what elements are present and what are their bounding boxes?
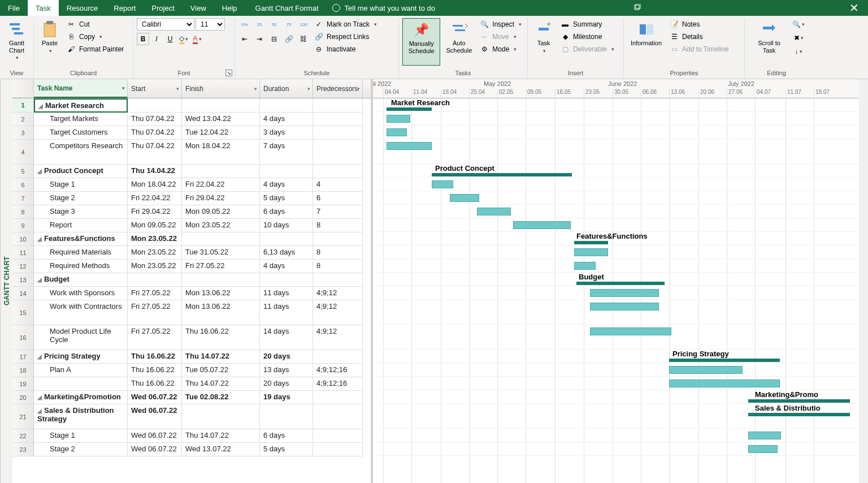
cell-start[interactable] xyxy=(128,98,182,113)
cell-task-name[interactable]: Stage 1 xyxy=(34,429,128,443)
pct-75-button[interactable]: 75 xyxy=(283,18,295,31)
font-size-select[interactable]: 11 xyxy=(196,18,225,31)
task-bar[interactable] xyxy=(513,221,571,229)
cell-finish[interactable]: Wed 13.07.22 xyxy=(182,443,260,456)
task-bar[interactable] xyxy=(669,366,743,374)
menu-view[interactable]: View xyxy=(183,0,214,16)
cell-finish[interactable]: Mon 23.05.22 xyxy=(182,219,260,232)
gantt-chart-view-button[interactable]: Gantt Chart▾ xyxy=(3,18,30,66)
cell-finish[interactable]: Mon 09.05.22 xyxy=(182,205,260,219)
cell-duration[interactable]: 3 days xyxy=(260,126,313,140)
col-finish[interactable]: Finish▾ xyxy=(182,79,260,98)
cell-task-name[interactable]: Competitors Research xyxy=(34,140,128,165)
pct-50-button[interactable]: 50 xyxy=(268,18,280,31)
cell-finish[interactable]: Fri 27.05.22 xyxy=(182,260,260,273)
unlink-button[interactable]: ⛓ xyxy=(297,33,310,45)
task-bar[interactable] xyxy=(748,432,781,439)
cell-duration[interactable]: 6 days xyxy=(260,429,313,443)
cell-finish[interactable]: Mon 13.06.22 xyxy=(182,287,260,300)
row-header[interactable]: 15 xyxy=(12,300,34,325)
link-button[interactable]: 🔗 xyxy=(283,33,295,45)
col-predecessors[interactable]: Predecessors▾ xyxy=(313,79,363,98)
font-color-button[interactable]: A▾ xyxy=(191,33,203,45)
cell-duration[interactable]: 4 days xyxy=(260,260,313,273)
cell-duration[interactable] xyxy=(260,165,313,178)
cell-task-name[interactable]: ◢Sales & Distribution Strategy xyxy=(34,404,128,429)
clear-button[interactable]: ✖▾ xyxy=(792,32,805,44)
task-bar[interactable] xyxy=(477,208,511,215)
inactivate-button[interactable]: ⊖Inactivate xyxy=(312,43,379,55)
cut-button[interactable]: ✂Cut xyxy=(64,18,126,31)
cell-duration[interactable]: 10 days xyxy=(260,219,313,232)
row-header[interactable]: 10 xyxy=(12,232,34,246)
task-bar[interactable] xyxy=(387,128,407,136)
cell-finish[interactable]: Thu 14.07.22 xyxy=(182,429,260,443)
pct-0-button[interactable]: 0% xyxy=(238,18,251,31)
cell-start[interactable] xyxy=(128,273,182,287)
row-header[interactable]: 13 xyxy=(12,273,34,287)
cell-task-name[interactable]: Stage 3 xyxy=(34,205,128,219)
cell-start[interactable]: Thu 07.04.22 xyxy=(128,126,182,140)
cell-predecessors[interactable] xyxy=(313,126,363,140)
chevron-down-icon[interactable]: ▾ xyxy=(254,86,257,92)
task-bar[interactable] xyxy=(450,194,479,202)
cell-predecessors[interactable] xyxy=(313,273,363,287)
cell-predecessors[interactable]: 4;9;12 xyxy=(313,325,363,350)
cell-finish[interactable]: Tue 05.07.22 xyxy=(182,364,260,377)
pct-25-button[interactable]: 25 xyxy=(253,18,266,31)
tell-me-search[interactable]: Tell me what you want to do xyxy=(332,4,435,12)
copy-button[interactable]: ⎘Copy▾ xyxy=(64,31,126,43)
cell-finish[interactable] xyxy=(182,404,260,429)
cell-finish[interactable]: Mon 13.06.22 xyxy=(182,300,260,325)
indent-button[interactable]: ⇥ xyxy=(253,33,266,45)
milestone-button[interactable]: ◆Milestone xyxy=(558,31,617,43)
cell-finish[interactable]: Tue 12.04.22 xyxy=(182,126,260,140)
cell-duration[interactable]: 11 days xyxy=(260,287,313,300)
cell-start[interactable]: Wed 06.07.22 xyxy=(128,391,182,404)
menu-gantt-format[interactable]: Gantt Chart Format xyxy=(245,0,329,16)
task-bar[interactable] xyxy=(590,289,659,297)
close-window-icon[interactable]: ✕ xyxy=(840,0,868,16)
row-header[interactable]: 3 xyxy=(12,126,34,140)
cell-duration[interactable]: 19 days xyxy=(260,391,313,404)
cell-duration[interactable]: 11 days xyxy=(260,300,313,325)
cell-predecessors[interactable] xyxy=(313,350,363,364)
mode-button[interactable]: ⚙Mode▾ xyxy=(478,43,524,55)
task-bar[interactable] xyxy=(748,445,778,453)
cell-duration[interactable]: 5 days xyxy=(260,443,313,456)
summary-bar[interactable] xyxy=(574,241,608,244)
cell-start[interactable]: Thu 07.04.22 xyxy=(128,113,182,126)
cell-start[interactable]: Mon 18.04.22 xyxy=(128,178,182,192)
cell-duration[interactable] xyxy=(260,404,313,429)
cell-finish[interactable]: Tue 02.08.22 xyxy=(182,391,260,404)
cell-start[interactable]: Fri 27.05.22 xyxy=(128,325,182,350)
cell-predecessors[interactable]: 4;9;12;16 xyxy=(313,364,363,377)
cell-start[interactable]: Wed 06.07.22 xyxy=(128,404,182,429)
task-bar[interactable] xyxy=(574,248,608,256)
cell-duration[interactable]: 6,13 days xyxy=(260,246,313,260)
insert-task-button[interactable]: + Task▾ xyxy=(531,18,556,66)
cell-start[interactable]: Wed 06.07.22 xyxy=(128,443,182,456)
cell-predecessors[interactable] xyxy=(313,165,363,178)
chevron-down-icon[interactable]: ▾ xyxy=(307,86,310,92)
cell-predecessors[interactable] xyxy=(313,391,363,404)
italic-button[interactable]: I xyxy=(150,33,163,45)
row-header[interactable]: 18 xyxy=(12,364,34,377)
col-duration[interactable]: Duration▾ xyxy=(260,79,313,98)
task-bar[interactable] xyxy=(590,327,671,335)
menu-project[interactable]: Project xyxy=(144,0,182,16)
chevron-down-icon[interactable]: ▾ xyxy=(176,86,179,92)
row-header[interactable]: 2 xyxy=(12,113,34,126)
scroll-to-task-button[interactable]: Scroll to Task xyxy=(748,18,790,66)
cell-predecessors[interactable] xyxy=(313,404,363,429)
select-all-corner[interactable] xyxy=(12,79,34,98)
menu-file[interactable]: File xyxy=(0,0,28,16)
cell-start[interactable]: Thu 16.06.22 xyxy=(128,350,182,364)
cell-task-name[interactable]: ◢Budget xyxy=(34,273,128,287)
task-bar[interactable] xyxy=(387,142,432,150)
row-header[interactable]: 8 xyxy=(12,205,34,219)
cell-start[interactable]: Thu 14.04.22 xyxy=(128,165,182,178)
cell-predecessors[interactable]: 4;9;12;16 xyxy=(313,377,363,391)
gantt-chart-area[interactable]: il 2022May 2022June 2022July 202204.0411… xyxy=(373,79,868,483)
cell-start[interactable]: Mon 09.05.22 xyxy=(128,219,182,232)
